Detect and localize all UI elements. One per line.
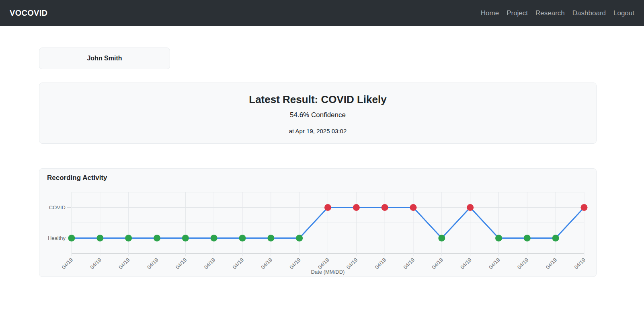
x-tick-label: 04/19 — [260, 257, 273, 270]
recording-activity-card: Recording Activity COVIDHealthy04/1904/1… — [39, 168, 597, 277]
x-tick-label: 04/19 — [146, 257, 160, 270]
data-point-healthy[interactable] — [182, 235, 189, 241]
x-tick-label: 04/19 — [203, 257, 217, 270]
nav-link-research[interactable]: Research — [535, 9, 565, 17]
x-tick-label: 04/19 — [459, 257, 473, 270]
x-tick-label: 04/19 — [545, 257, 558, 270]
data-point-healthy[interactable] — [154, 235, 160, 241]
x-tick-label: 04/19 — [374, 257, 388, 270]
x-tick-label: 04/19 — [516, 257, 530, 270]
x-tick-label: 04/19 — [431, 257, 444, 270]
x-tick-label: 04/19 — [174, 257, 188, 270]
nav-link-dashboard[interactable]: Dashboard — [572, 9, 606, 17]
latest-result-card: Latest Result: COVID Likely 54.6% Confid… — [39, 83, 597, 144]
x-tick-label: 04/19 — [317, 257, 330, 270]
data-point-covid[interactable] — [381, 204, 388, 211]
main-content: John Smith Latest Result: COVID Likely 5… — [39, 47, 597, 277]
x-tick-label: 04/19 — [117, 257, 131, 270]
data-point-healthy[interactable] — [211, 235, 217, 241]
data-point-healthy[interactable] — [438, 235, 445, 241]
data-point-covid[interactable] — [353, 204, 360, 211]
recording-activity-chart[interactable]: COVIDHealthy04/1904/1904/1904/1904/1904/… — [39, 183, 596, 277]
user-name: John Smith — [87, 55, 122, 62]
data-point-healthy[interactable] — [552, 235, 559, 241]
data-point-covid[interactable] — [410, 204, 417, 211]
result-confidence: 54.6% Confidence — [39, 111, 596, 119]
data-point-covid[interactable] — [581, 204, 588, 211]
x-tick-label: 04/19 — [232, 257, 245, 270]
y-tick-label: Healthy — [48, 235, 66, 241]
x-axis-title: Date (MM/DD) — [311, 269, 345, 275]
data-point-healthy[interactable] — [68, 235, 75, 241]
data-point-healthy[interactable] — [267, 235, 274, 241]
data-point-healthy[interactable] — [524, 235, 531, 241]
x-tick-label: 04/19 — [61, 257, 74, 270]
latest-result-title: Latest Result: COVID Likely — [39, 83, 596, 106]
x-tick-label: 04/19 — [573, 257, 587, 270]
nav-link-logout[interactable]: Logout — [613, 9, 634, 17]
data-point-covid[interactable] — [467, 204, 474, 211]
y-tick-label: COVID — [49, 204, 66, 210]
x-tick-label: 04/19 — [488, 257, 501, 270]
data-point-healthy[interactable] — [125, 235, 132, 241]
navbar: VOCOVID Home Project Research Dashboard … — [0, 0, 644, 26]
nav-link-project[interactable]: Project — [507, 9, 528, 17]
data-point-healthy[interactable] — [239, 235, 246, 241]
nav-links: Home Project Research Dashboard Logout — [481, 9, 634, 17]
data-point-healthy[interactable] — [96, 235, 103, 241]
x-tick-label: 04/19 — [345, 257, 359, 270]
chart-grid — [67, 192, 584, 256]
brand-logo[interactable]: VOCOVID — [10, 8, 47, 18]
result-timestamp: at Apr 19, 2025 03:02 — [39, 128, 596, 134]
user-name-card: John Smith — [39, 47, 170, 69]
x-tick-label: 04/19 — [89, 257, 103, 270]
x-tick-label: 04/19 — [402, 257, 416, 270]
data-point-covid[interactable] — [324, 204, 331, 211]
data-point-healthy[interactable] — [296, 235, 303, 241]
nav-link-home[interactable]: Home — [481, 9, 499, 17]
x-tick-label: 04/19 — [288, 257, 302, 270]
chart-title: Recording Activity — [39, 169, 596, 182]
data-point-healthy[interactable] — [495, 235, 502, 241]
